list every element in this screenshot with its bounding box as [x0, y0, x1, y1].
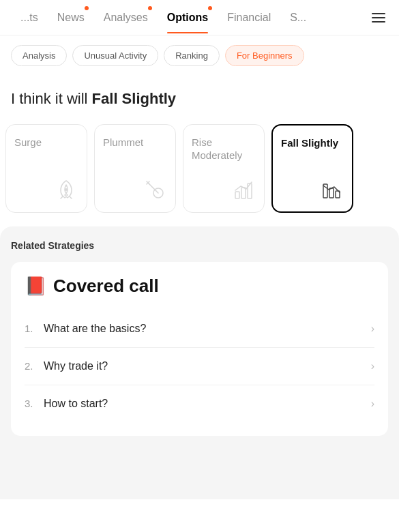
nav-items: ...ts News Analyses Options Financial S.…: [11, 2, 369, 33]
item-text-1: What are the basics?: [44, 323, 146, 335]
strategy-header: 📕 Covered call: [25, 276, 374, 297]
news-notification-dot: [85, 6, 89, 10]
chart-down-icon: [319, 177, 344, 202]
option-card-plummet[interactable]: Plummet: [94, 124, 176, 213]
svg-rect-2: [235, 192, 239, 198]
option-card-fall-slightly[interactable]: Fall Slightly: [271, 124, 353, 213]
nav-item-s[interactable]: S...: [280, 2, 316, 33]
filter-for-beginners[interactable]: For Beginners: [225, 45, 304, 66]
chevron-right-icon-1: ›: [371, 323, 374, 335]
strategy-name: Covered call: [53, 276, 159, 297]
nav-item-analyses[interactable]: Analyses: [94, 2, 158, 33]
strategy-item-1[interactable]: 1. What are the basics? ›: [25, 310, 374, 347]
option-cards-row: Surge Plummet Rise Moderately Fall Sligh…: [0, 116, 399, 226]
nav-label-markets: ...ts: [20, 12, 38, 23]
strategy-item-2[interactable]: 2. Why trade it? ›: [25, 347, 374, 385]
top-navigation: ...ts News Analyses Options Financial S.…: [0, 0, 399, 35]
nav-label-news: News: [57, 12, 85, 23]
related-strategies-section: Related Strategies 📕 Covered call 1. Wha…: [0, 226, 399, 499]
analyses-notification-dot: [148, 6, 152, 10]
strategy-items-list: 1. What are the basics? › 2. Why trade i…: [25, 310, 374, 422]
nav-item-markets[interactable]: ...ts: [11, 2, 48, 33]
nav-item-financial[interactable]: Financial: [218, 2, 280, 33]
chevron-right-icon-3: ›: [371, 398, 374, 410]
book-icon: 📕: [25, 276, 46, 297]
nav-item-options[interactable]: Options: [158, 2, 218, 33]
item-number-2: 2.: [25, 360, 37, 372]
rocket-icon: [54, 178, 78, 203]
item-text-3: How to start?: [44, 398, 108, 410]
chevron-right-icon-2: ›: [371, 360, 374, 372]
options-notification-dot: [208, 6, 212, 10]
item-number-1: 1.: [25, 323, 37, 334]
chart-up-icon: [231, 178, 256, 203]
strategy-card: 📕 Covered call 1. What are the basics? ›…: [11, 262, 388, 436]
filter-analysis[interactable]: Analysis: [11, 45, 67, 66]
filter-unusual-activity[interactable]: Unusual Activity: [72, 45, 158, 66]
nav-item-news[interactable]: News: [48, 2, 94, 33]
svg-point-0: [65, 188, 68, 191]
item-text-2: Why trade it?: [44, 360, 108, 372]
item-number-3: 3.: [25, 398, 37, 409]
heading-section: I think it will Fall Slightly: [0, 76, 399, 116]
option-card-surge[interactable]: Surge: [5, 124, 87, 213]
filter-row: Analysis Unusual Activity Ranking For Be…: [0, 35, 399, 76]
svg-rect-3: [241, 188, 246, 198]
strategy-item-3[interactable]: 3. How to start? ›: [25, 385, 374, 422]
meteor-icon: [143, 178, 167, 203]
option-card-rise-moderately[interactable]: Rise Moderately: [183, 124, 265, 213]
nav-label-s: S...: [290, 12, 306, 23]
svg-rect-6: [329, 188, 334, 198]
filter-ranking[interactable]: Ranking: [164, 45, 220, 66]
nav-label-options: Options: [167, 12, 208, 23]
heading-text: I think it will Fall Slightly: [11, 89, 388, 109]
nav-label-analyses: Analyses: [104, 12, 148, 23]
nav-label-financial: Financial: [227, 12, 271, 23]
related-strategies-title: Related Strategies: [11, 240, 388, 251]
hamburger-menu-icon[interactable]: [369, 10, 388, 25]
